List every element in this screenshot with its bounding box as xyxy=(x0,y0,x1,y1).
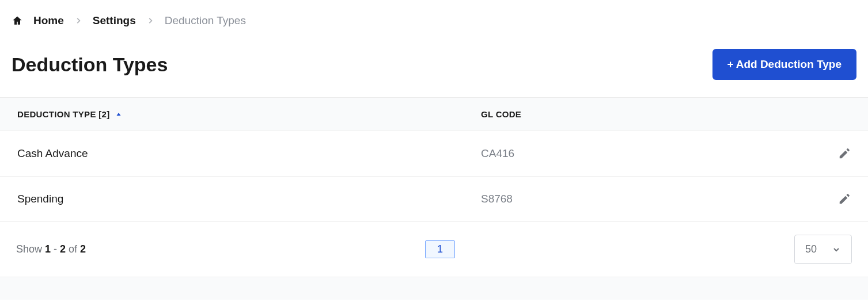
edit-icon[interactable] xyxy=(838,193,851,205)
table-row: Spending S8768 xyxy=(0,177,868,222)
page-size-select[interactable]: 50 xyxy=(794,235,852,264)
add-deduction-type-button[interactable]: + Add Deduction Type xyxy=(712,49,856,80)
cell-deduction-type: Spending xyxy=(17,193,481,205)
deduction-types-table: DEDUCTION TYPE [2] GL CODE Cash Advance … xyxy=(0,97,868,277)
pagination: Show 1 - 2 of 2 1 50 xyxy=(0,222,868,277)
plus-icon: + xyxy=(727,58,734,71)
cell-deduction-type: Cash Advance xyxy=(17,147,481,160)
page-number-current[interactable]: 1 xyxy=(425,240,455,258)
table-row: Cash Advance CA416 xyxy=(0,131,868,177)
column-label: DEDUCTION TYPE [2] xyxy=(17,109,109,119)
breadcrumb: Home Settings Deduction Types xyxy=(12,14,856,27)
table-header: DEDUCTION TYPE [2] GL CODE xyxy=(0,98,868,131)
breadcrumb-home[interactable]: Home xyxy=(33,14,64,27)
pagination-info: Show 1 - 2 of 2 xyxy=(16,243,86,255)
cell-gl-code: S8768 xyxy=(481,193,816,205)
chevron-down-icon xyxy=(832,245,841,254)
column-label: GL CODE xyxy=(481,109,521,119)
sort-ascending-icon xyxy=(115,111,122,118)
chevron-right-icon xyxy=(146,17,154,25)
chevron-right-icon xyxy=(74,17,82,25)
footer-spacer xyxy=(0,277,868,300)
edit-icon[interactable] xyxy=(838,147,851,160)
cell-gl-code: CA416 xyxy=(481,147,816,160)
column-header-gl-code[interactable]: GL CODE xyxy=(481,109,816,119)
page-header: Deduction Types + Add Deduction Type xyxy=(12,49,856,80)
home-icon[interactable] xyxy=(12,15,23,26)
page-title: Deduction Types xyxy=(12,53,168,76)
page-size-value: 50 xyxy=(805,243,817,255)
column-header-deduction-type[interactable]: DEDUCTION TYPE [2] xyxy=(17,109,481,119)
breadcrumb-current: Deduction Types xyxy=(165,14,246,27)
breadcrumb-settings[interactable]: Settings xyxy=(93,14,136,27)
add-button-label: Add Deduction Type xyxy=(736,58,842,71)
